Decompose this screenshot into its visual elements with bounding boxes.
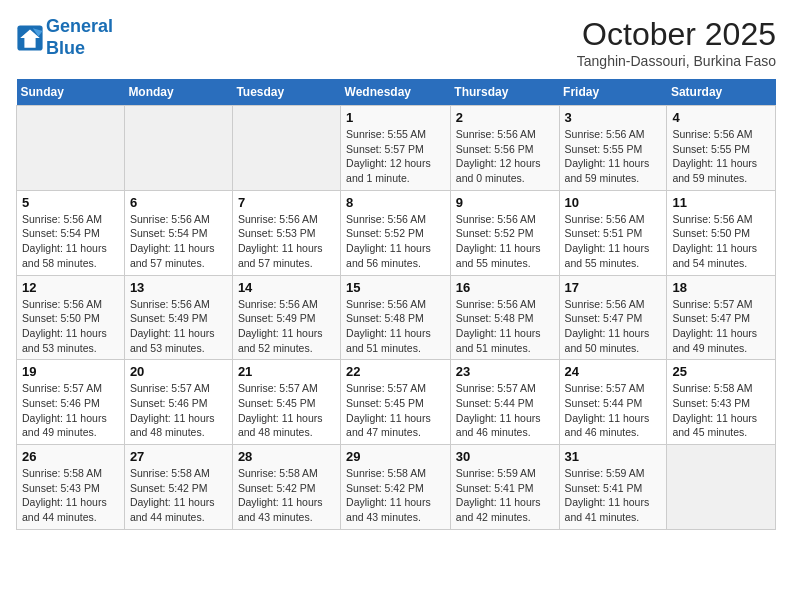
calendar-week-4: 19Sunrise: 5:57 AMSunset: 5:46 PMDayligh… (17, 360, 776, 445)
calendar-cell: 14Sunrise: 5:56 AMSunset: 5:49 PMDayligh… (232, 275, 340, 360)
calendar-cell: 6Sunrise: 5:56 AMSunset: 5:54 PMDaylight… (124, 190, 232, 275)
logo: General Blue (16, 16, 113, 59)
calendar-cell: 29Sunrise: 5:58 AMSunset: 5:42 PMDayligh… (341, 445, 451, 530)
calendar-cell (124, 106, 232, 191)
title-block: October 2025 Tanghin-Dassouri, Burkina F… (577, 16, 776, 69)
location: Tanghin-Dassouri, Burkina Faso (577, 53, 776, 69)
calendar-cell: 3Sunrise: 5:56 AMSunset: 5:55 PMDaylight… (559, 106, 667, 191)
calendar-cell: 5Sunrise: 5:56 AMSunset: 5:54 PMDaylight… (17, 190, 125, 275)
calendar-cell: 19Sunrise: 5:57 AMSunset: 5:46 PMDayligh… (17, 360, 125, 445)
day-number: 27 (130, 449, 227, 464)
day-info: Sunrise: 5:56 AMSunset: 5:47 PMDaylight:… (565, 297, 662, 356)
day-number: 19 (22, 364, 119, 379)
month-title: October 2025 (577, 16, 776, 53)
weekday-header-wednesday: Wednesday (341, 79, 451, 106)
weekday-header-sunday: Sunday (17, 79, 125, 106)
day-number: 20 (130, 364, 227, 379)
day-info: Sunrise: 5:59 AMSunset: 5:41 PMDaylight:… (456, 466, 554, 525)
weekday-header-friday: Friday (559, 79, 667, 106)
day-number: 31 (565, 449, 662, 464)
day-number: 4 (672, 110, 770, 125)
day-number: 17 (565, 280, 662, 295)
calendar-cell: 18Sunrise: 5:57 AMSunset: 5:47 PMDayligh… (667, 275, 776, 360)
calendar-cell: 11Sunrise: 5:56 AMSunset: 5:50 PMDayligh… (667, 190, 776, 275)
logo-icon (16, 24, 44, 52)
day-number: 26 (22, 449, 119, 464)
page-header: General Blue October 2025 Tanghin-Dassou… (16, 16, 776, 69)
day-info: Sunrise: 5:56 AMSunset: 5:52 PMDaylight:… (456, 212, 554, 271)
day-number: 15 (346, 280, 445, 295)
day-info: Sunrise: 5:56 AMSunset: 5:48 PMDaylight:… (456, 297, 554, 356)
day-info: Sunrise: 5:57 AMSunset: 5:44 PMDaylight:… (456, 381, 554, 440)
day-info: Sunrise: 5:56 AMSunset: 5:56 PMDaylight:… (456, 127, 554, 186)
calendar-cell: 9Sunrise: 5:56 AMSunset: 5:52 PMDaylight… (450, 190, 559, 275)
calendar-week-3: 12Sunrise: 5:56 AMSunset: 5:50 PMDayligh… (17, 275, 776, 360)
day-info: Sunrise: 5:58 AMSunset: 5:43 PMDaylight:… (672, 381, 770, 440)
calendar-cell: 8Sunrise: 5:56 AMSunset: 5:52 PMDaylight… (341, 190, 451, 275)
day-number: 11 (672, 195, 770, 210)
day-info: Sunrise: 5:58 AMSunset: 5:42 PMDaylight:… (238, 466, 335, 525)
day-info: Sunrise: 5:57 AMSunset: 5:46 PMDaylight:… (22, 381, 119, 440)
day-number: 23 (456, 364, 554, 379)
day-number: 28 (238, 449, 335, 464)
day-number: 9 (456, 195, 554, 210)
calendar-week-2: 5Sunrise: 5:56 AMSunset: 5:54 PMDaylight… (17, 190, 776, 275)
calendar-cell: 26Sunrise: 5:58 AMSunset: 5:43 PMDayligh… (17, 445, 125, 530)
day-info: Sunrise: 5:56 AMSunset: 5:48 PMDaylight:… (346, 297, 445, 356)
day-number: 5 (22, 195, 119, 210)
day-info: Sunrise: 5:57 AMSunset: 5:45 PMDaylight:… (346, 381, 445, 440)
day-info: Sunrise: 5:58 AMSunset: 5:43 PMDaylight:… (22, 466, 119, 525)
day-info: Sunrise: 5:57 AMSunset: 5:45 PMDaylight:… (238, 381, 335, 440)
day-info: Sunrise: 5:56 AMSunset: 5:50 PMDaylight:… (672, 212, 770, 271)
calendar-cell: 15Sunrise: 5:56 AMSunset: 5:48 PMDayligh… (341, 275, 451, 360)
calendar-cell (17, 106, 125, 191)
day-info: Sunrise: 5:58 AMSunset: 5:42 PMDaylight:… (346, 466, 445, 525)
calendar-cell: 28Sunrise: 5:58 AMSunset: 5:42 PMDayligh… (232, 445, 340, 530)
weekday-header-thursday: Thursday (450, 79, 559, 106)
calendar-cell: 27Sunrise: 5:58 AMSunset: 5:42 PMDayligh… (124, 445, 232, 530)
calendar-cell: 7Sunrise: 5:56 AMSunset: 5:53 PMDaylight… (232, 190, 340, 275)
calendar-cell: 31Sunrise: 5:59 AMSunset: 5:41 PMDayligh… (559, 445, 667, 530)
day-number: 22 (346, 364, 445, 379)
calendar-cell: 22Sunrise: 5:57 AMSunset: 5:45 PMDayligh… (341, 360, 451, 445)
day-number: 10 (565, 195, 662, 210)
calendar-cell (667, 445, 776, 530)
day-info: Sunrise: 5:58 AMSunset: 5:42 PMDaylight:… (130, 466, 227, 525)
calendar-cell: 24Sunrise: 5:57 AMSunset: 5:44 PMDayligh… (559, 360, 667, 445)
logo-line1: General (46, 16, 113, 36)
calendar-cell: 30Sunrise: 5:59 AMSunset: 5:41 PMDayligh… (450, 445, 559, 530)
calendar-table: SundayMondayTuesdayWednesdayThursdayFrid… (16, 79, 776, 530)
calendar-cell: 1Sunrise: 5:55 AMSunset: 5:57 PMDaylight… (341, 106, 451, 191)
calendar-week-1: 1Sunrise: 5:55 AMSunset: 5:57 PMDaylight… (17, 106, 776, 191)
day-info: Sunrise: 5:56 AMSunset: 5:54 PMDaylight:… (22, 212, 119, 271)
day-info: Sunrise: 5:56 AMSunset: 5:55 PMDaylight:… (565, 127, 662, 186)
day-number: 1 (346, 110, 445, 125)
weekday-header-tuesday: Tuesday (232, 79, 340, 106)
day-info: Sunrise: 5:56 AMSunset: 5:51 PMDaylight:… (565, 212, 662, 271)
day-number: 30 (456, 449, 554, 464)
day-number: 13 (130, 280, 227, 295)
calendar-cell: 2Sunrise: 5:56 AMSunset: 5:56 PMDaylight… (450, 106, 559, 191)
day-info: Sunrise: 5:56 AMSunset: 5:52 PMDaylight:… (346, 212, 445, 271)
day-number: 18 (672, 280, 770, 295)
calendar-cell: 12Sunrise: 5:56 AMSunset: 5:50 PMDayligh… (17, 275, 125, 360)
day-number: 14 (238, 280, 335, 295)
calendar-cell: 13Sunrise: 5:56 AMSunset: 5:49 PMDayligh… (124, 275, 232, 360)
day-number: 16 (456, 280, 554, 295)
weekday-header-monday: Monday (124, 79, 232, 106)
calendar-cell: 17Sunrise: 5:56 AMSunset: 5:47 PMDayligh… (559, 275, 667, 360)
day-info: Sunrise: 5:57 AMSunset: 5:44 PMDaylight:… (565, 381, 662, 440)
calendar-cell: 25Sunrise: 5:58 AMSunset: 5:43 PMDayligh… (667, 360, 776, 445)
day-number: 21 (238, 364, 335, 379)
day-info: Sunrise: 5:56 AMSunset: 5:53 PMDaylight:… (238, 212, 335, 271)
calendar-cell: 23Sunrise: 5:57 AMSunset: 5:44 PMDayligh… (450, 360, 559, 445)
day-info: Sunrise: 5:56 AMSunset: 5:49 PMDaylight:… (238, 297, 335, 356)
day-number: 6 (130, 195, 227, 210)
day-number: 25 (672, 364, 770, 379)
day-number: 2 (456, 110, 554, 125)
day-info: Sunrise: 5:56 AMSunset: 5:54 PMDaylight:… (130, 212, 227, 271)
day-info: Sunrise: 5:59 AMSunset: 5:41 PMDaylight:… (565, 466, 662, 525)
calendar-cell: 10Sunrise: 5:56 AMSunset: 5:51 PMDayligh… (559, 190, 667, 275)
calendar-cell: 21Sunrise: 5:57 AMSunset: 5:45 PMDayligh… (232, 360, 340, 445)
day-number: 12 (22, 280, 119, 295)
